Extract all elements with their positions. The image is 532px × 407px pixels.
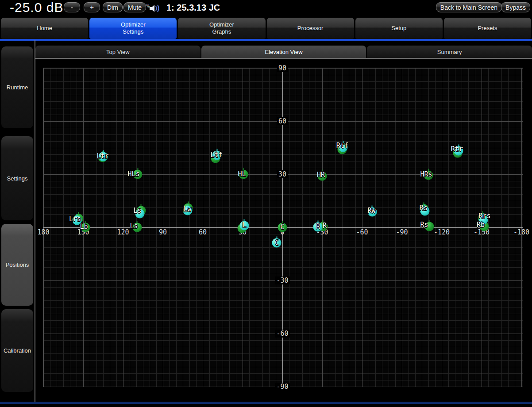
sidebar-separator <box>35 40 35 402</box>
tab-accent-underline <box>0 39 532 41</box>
bottom-accent-line <box>0 402 532 404</box>
tab-label: Graphs <box>212 28 231 35</box>
speaker-label-Lb: Lb <box>80 223 88 230</box>
subtab-elevation-view[interactable]: Elevation View <box>201 46 366 58</box>
speaker-label-Rb: Rb <box>477 221 485 229</box>
tab-setup[interactable]: Setup <box>355 18 443 39</box>
speaker-label-R: R <box>316 223 320 230</box>
speaker-label-HL: HL <box>238 170 246 178</box>
speaker-label-Rrs: Rrs <box>478 212 490 220</box>
x-tick-label: -120 <box>434 228 450 236</box>
speaker-label-Rtf: Rtf <box>336 142 348 150</box>
speaker-label-Rw: Rw <box>367 207 375 215</box>
tab-home[interactable]: Home <box>1 18 88 39</box>
tab-label: Optimizer <box>121 21 146 28</box>
y-tick-label: 60 <box>277 117 288 125</box>
svg-text:%: % <box>146 4 150 8</box>
bypass-button[interactable]: Bypass <box>501 2 530 12</box>
x-tick-label: -90 <box>396 228 408 236</box>
speaker-label-Rtr: Rtr <box>451 145 463 153</box>
dim-button[interactable]: Dim <box>103 2 123 12</box>
speaker-label-R: R <box>323 222 327 230</box>
tab-label: Settings <box>123 28 143 35</box>
y-tick-label: -30 <box>275 276 289 284</box>
tab-label: Optimizer <box>209 21 234 28</box>
x-tick-label: 90 <box>159 228 167 236</box>
sidebar: RuntimeSettingsPositionsCalibration <box>1 40 34 392</box>
main-tab-bar: HomeOptimizerSettingsOptimizerGraphsProc… <box>0 18 532 39</box>
subtab-top-view[interactable]: Top View <box>35 46 200 58</box>
top-bar: -25.0 dB - + Dim Mute % 1: 25.3.13 JC Ba… <box>0 0 532 18</box>
speaker-label-Ltr: Ltr <box>96 152 108 160</box>
sidebar-item-positions[interactable]: Positions <box>1 224 33 306</box>
speaker-label-L: L <box>242 221 246 229</box>
speaker-label-C: C <box>275 239 279 247</box>
x-tick-label: 180 <box>37 228 49 236</box>
x-tick-label: -60 <box>356 228 368 236</box>
speaker-label-C: C <box>280 223 284 231</box>
tab-label: Processor <box>297 25 324 32</box>
preset-title: 1: 25.3.13 JC <box>166 3 220 13</box>
y-tick-label: -60 <box>275 330 289 338</box>
x-tick-label: 120 <box>117 228 129 236</box>
sidebar-item-settings[interactable]: Settings <box>1 136 33 220</box>
speaker-label-Lrs: Lrs <box>69 215 81 223</box>
speaker-label-Rs: Rs <box>420 204 428 212</box>
tab-label: Setup <box>391 25 406 32</box>
y-tick-label: -90 <box>275 383 289 391</box>
speaker-label-Rs: Rs <box>420 221 428 229</box>
tab-label: Presets <box>478 25 497 32</box>
view-tab-bar: Top ViewElevation ViewSummary <box>35 46 532 58</box>
speaker-label-Lw: Lw <box>183 205 191 213</box>
x-tick-label: -180 <box>513 228 529 236</box>
volume-down-button[interactable]: - <box>64 2 80 12</box>
volume-speaker-icon: % <box>146 3 161 15</box>
back-to-main-screen-button[interactable]: Back to Main Screen <box>436 2 502 12</box>
subtab-summary[interactable]: Summary <box>367 46 532 58</box>
y-tick-label: 90 <box>277 64 288 72</box>
tab-processor[interactable]: Processor <box>267 18 354 39</box>
speaker-label-HRs: HRs <box>420 170 432 178</box>
speaker-label-HR: HR <box>317 171 325 179</box>
volume-up-button[interactable]: + <box>84 2 100 12</box>
mute-button[interactable]: Mute <box>123 2 146 12</box>
tab-label: Home <box>37 25 52 32</box>
sidebar-item-calibration[interactable]: Calibration <box>1 309 33 392</box>
master-volume-readout: -25.0 dB <box>10 0 63 15</box>
elevation-view-plot: 1801501209060300-30-60-90-120-150-180906… <box>43 68 523 387</box>
y-tick-label: 30 <box>277 170 288 178</box>
speaker-label-Ls: Ls <box>133 207 141 215</box>
tab-optimizer-graphs[interactable]: OptimizerGraphs <box>178 18 265 39</box>
speaker-label-Ltf: Ltf <box>211 151 223 159</box>
sidebar-item-runtime[interactable]: Runtime <box>1 46 33 128</box>
x-tick-label: 60 <box>199 228 207 236</box>
view-tab-underline <box>35 58 532 59</box>
tab-presets[interactable]: Presets <box>444 18 531 39</box>
speaker-label-HLs: HLs <box>127 170 139 178</box>
speaker-label-Ls: Ls <box>130 222 138 230</box>
tab-optimizer-settings[interactable]: OptimizerSettings <box>89 18 177 39</box>
